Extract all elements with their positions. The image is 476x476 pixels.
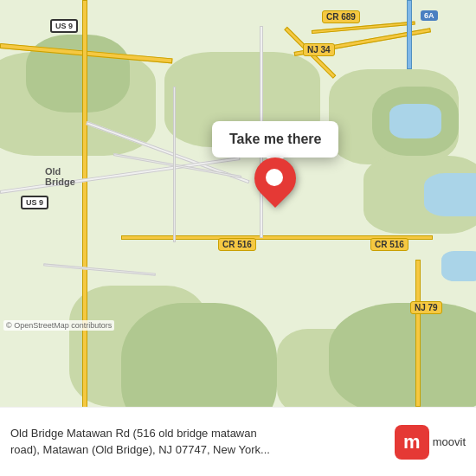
address-line1: Old Bridge Matawan Rd (516 old bridge ma… [10,427,257,440]
address-line2: road), Matawan (Old Bridge), NJ 07747, N… [10,443,270,456]
cr516-label: CR 516 [218,238,256,251]
road-nj79 [415,260,421,407]
road-6a [407,0,412,69]
moovit-logo: m moovit [395,425,466,460]
forest-area [121,303,277,407]
water-area [389,104,441,138]
us9-mid-label: US 9 [21,196,48,209]
road-local3 [173,87,176,242]
cr516-right-label: CR 516 [370,238,408,251]
nj34-label: NJ 34 [303,43,335,56]
6a-label: 6A [421,10,438,21]
water-area [441,251,476,281]
nj79-label: NJ 79 [410,301,442,314]
app-container: US 9 US 9 CR 689 6A NJ 34 CR 516 CR 516 … [0,0,476,476]
cr689-label: CR 689 [322,10,360,23]
old-bridge-label: OldBridge [45,166,75,187]
map-area[interactable]: US 9 US 9 CR 689 6A NJ 34 CR 516 CR 516 … [0,0,476,407]
map-pin [254,158,297,208]
road-local2 [43,263,156,275]
info-bar: Old Bridge Matawan Rd (516 old bridge ma… [0,407,476,476]
us9-top-label: US 9 [50,19,78,33]
forest-area [329,303,476,407]
road-minor2 [0,157,241,194]
address-info: Old Bridge Matawan Rd (516 old bridge ma… [10,426,395,457]
moovit-icon: m [395,425,429,460]
map-attribution: © OpenStreetMap contributors [3,320,114,331]
road-us9-vert [82,0,87,407]
water-area [424,173,476,216]
moovit-brand-text: moovit [433,435,466,448]
map-pin-wrapper: Take me there [212,121,338,208]
take-me-there-button[interactable]: Take me there [212,121,338,158]
